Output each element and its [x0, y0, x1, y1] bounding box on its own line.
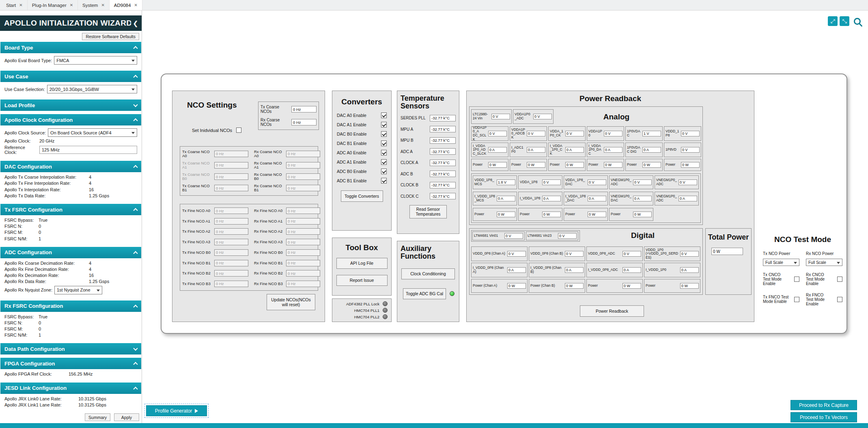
tx-fine-nco-field[interactable]: 0 Hz: [214, 260, 248, 266]
rail-field[interactable]: 0 V: [533, 114, 552, 119]
rail-field[interactable]: 0 A: [604, 147, 622, 153]
rail-field[interactable]: 0 V: [542, 179, 561, 185]
rx-fine-nco-field[interactable]: 0 Hz: [286, 239, 320, 245]
section-header-data-path[interactable]: Data Path Configuration: [0, 343, 141, 355]
temperature-field[interactable]: -32.77 k°C: [430, 115, 456, 121]
section-header-jesd-link[interactable]: JESD Link Configuration: [0, 383, 141, 394]
rail-field[interactable]: 0 V: [604, 131, 622, 136]
reference-clock-input[interactable]: 125 MHz: [39, 146, 137, 154]
rail-field[interactable]: 0 A: [633, 196, 652, 201]
rail-field[interactable]: 0 V: [588, 179, 606, 185]
rail-field[interactable]: 0 W: [565, 283, 584, 289]
rail-field[interactable]: 0 V: [622, 251, 641, 257]
converter-enable-checkbox[interactable]: [381, 131, 387, 137]
document-tab[interactable]: Start ✕: [2, 0, 28, 10]
section-header-rx-fsrc[interactable]: Rx FSRC Configuration: [0, 300, 141, 312]
rx-fine-nco-field[interactable]: 0 Hz: [286, 218, 320, 225]
tx-fine-nco-field[interactable]: 0 Hz: [214, 249, 248, 256]
document-tab[interactable]: Plug-In Manager ✕: [28, 0, 78, 10]
tx-coarse-nco-field[interactable]: 0 Hz: [214, 185, 248, 191]
rail-field[interactable]: 0 A: [622, 267, 641, 273]
rail-field[interactable]: 0 V: [681, 131, 700, 136]
rx-coarse-nco-field[interactable]: 0 Hz: [286, 151, 320, 157]
clock-conditioning-button[interactable]: Clock Conditioning: [401, 268, 455, 279]
rail-field[interactable]: 0 A: [497, 196, 515, 201]
expand-icon[interactable]: ⤢: [828, 16, 838, 26]
rail-field[interactable]: 0 W: [633, 212, 652, 217]
toggle-adc-bg-cal-button[interactable]: Toggle ADC BG Cal: [403, 288, 446, 299]
rail-field[interactable]: 0 W: [488, 162, 507, 168]
tx-fine-nco-field[interactable]: 0 Hz: [214, 281, 248, 287]
rail-field[interactable]: 0 A: [542, 196, 561, 201]
rail-field[interactable]: 0 V: [527, 131, 545, 136]
rail-field[interactable]: 0 A: [527, 147, 545, 153]
tx-fine-nco-field[interactable]: 0 Hz: [214, 218, 248, 225]
document-tab[interactable]: System ✕: [78, 0, 110, 10]
test-mode-checkbox[interactable]: [837, 297, 842, 302]
temperature-field[interactable]: -32.77 k°C: [430, 148, 456, 155]
nyquist-zone-dropdown[interactable]: 1st Nyquist Zone: [54, 286, 102, 294]
rail-field[interactable]: 0 A: [588, 196, 606, 201]
close-icon[interactable]: ✕: [19, 3, 22, 7]
rail-field[interactable]: 0 W: [622, 283, 641, 289]
rail-field[interactable]: 0 V: [504, 233, 523, 239]
tx-coarse-nco-field[interactable]: 0 Hz: [214, 162, 248, 169]
rail-field[interactable]: 0 V: [565, 251, 584, 257]
rail-field[interactable]: 0 W: [497, 212, 515, 217]
test-mode-checkbox[interactable]: [837, 277, 842, 282]
rail-field[interactable]: 0 V: [680, 251, 699, 257]
tx-fine-nco-field[interactable]: 0 Hz: [214, 228, 248, 235]
temperature-field[interactable]: -32.77 k°C: [430, 193, 456, 199]
rx-coarse-nco-field[interactable]: 0 Hz: [286, 185, 320, 191]
converter-enable-checkbox[interactable]: [381, 141, 387, 146]
set-individual-ncos-checkbox[interactable]: [236, 128, 241, 133]
clock-source-dropdown[interactable]: On Board Clock Source (ADF4: [48, 128, 137, 137]
section-header-load-profile[interactable]: Load Profile: [0, 99, 141, 111]
converter-enable-checkbox[interactable]: [381, 169, 387, 174]
rail-field[interactable]: 1 V: [642, 131, 661, 136]
rail-field[interactable]: 0 W: [527, 162, 545, 168]
rx-fine-nco-field[interactable]: 0 Hz: [286, 281, 320, 287]
apply-button[interactable]: Apply: [114, 413, 139, 421]
section-header-apollo-clock[interactable]: Apollo Clock Configuration: [0, 114, 141, 125]
section-header-dac-config[interactable]: DAC Configuration: [0, 161, 141, 172]
api-log-file-button[interactable]: API Log File: [336, 258, 388, 269]
report-issue-button[interactable]: Report Issue: [336, 275, 388, 286]
rail-field[interactable]: 0 V: [488, 131, 507, 136]
section-header-adc-config[interactable]: ADC Configuration: [0, 247, 141, 258]
rail-field[interactable]: 0 A: [565, 267, 584, 273]
section-header-fpga-config[interactable]: FPGA Configuration: [0, 358, 141, 369]
rx-nco-power-dropdown[interactable]: Full Scale: [806, 259, 842, 266]
coarse-nco-field[interactable]: 0 Hz: [291, 106, 317, 112]
converter-enable-checkbox[interactable]: [381, 122, 387, 128]
rx-fine-nco-field[interactable]: 0 Hz: [286, 249, 320, 256]
rail-field[interactable]: 0 V: [507, 251, 526, 257]
rail-field[interactable]: 0 A: [507, 267, 526, 273]
temperature-field[interactable]: -32.77 k°C: [430, 160, 456, 166]
temperature-field[interactable]: -32.77 k°C: [430, 137, 456, 144]
rx-fine-nco-field[interactable]: 0 Hz: [286, 228, 320, 235]
tx-coarse-nco-field[interactable]: 0 Hz: [214, 173, 248, 180]
total-power-field[interactable]: 0 W: [711, 248, 743, 255]
rail-field[interactable]: 0 W: [604, 162, 622, 168]
section-header-tx-fsrc[interactable]: Tx FSRC Configuration: [0, 204, 141, 215]
coarse-nco-field[interactable]: 0 Hz: [291, 119, 317, 125]
collapse-sidebar-icon[interactable]: ❮: [133, 19, 138, 27]
rail-field[interactable]: 0 A: [565, 147, 584, 153]
rail-field[interactable]: 0 W: [565, 162, 584, 168]
board-type-dropdown[interactable]: FMCA: [54, 56, 137, 65]
rail-field[interactable]: 0 V: [633, 179, 652, 185]
rail-field[interactable]: 0 W: [588, 212, 606, 217]
rx-coarse-nco-field[interactable]: 0 Hz: [286, 173, 320, 180]
temperature-field[interactable]: -32.77 k°C: [430, 126, 456, 132]
converter-enable-checkbox[interactable]: [381, 150, 387, 156]
document-tab[interactable]: AD9084 ✕: [110, 0, 142, 10]
rail-field[interactable]: 0 V: [678, 179, 697, 185]
rx-fine-nco-field[interactable]: 0 Hz: [286, 208, 320, 214]
restore-defaults-button[interactable]: Restore Software Defaults: [82, 33, 139, 40]
rail-field[interactable]: 0 W: [681, 162, 700, 168]
use-case-dropdown[interactable]: 20/20_10.3Gbps_1GiBW: [47, 85, 137, 93]
toggle-converters-button[interactable]: Toggle Converters: [341, 190, 383, 202]
tx-fine-nco-field[interactable]: 0 Hz: [214, 270, 248, 277]
power-readback-button[interactable]: Power Readback: [580, 305, 644, 317]
